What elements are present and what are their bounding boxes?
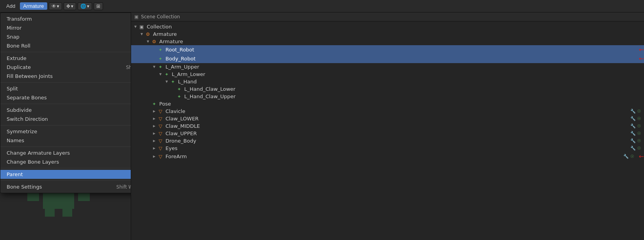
toggle-claw-upper[interactable]: ▶ [151,132,157,135]
tree-item-clavicle[interactable]: ▶▽Clavicle🔧 ☉ [131,108,644,115]
toggle-l-arm-upper[interactable]: ▼ [151,65,157,69]
toggle-claw-middle[interactable]: ▶ [151,124,157,128]
tree-label-body-robot: Body_Robot [165,56,637,62]
toggle-armature-obj[interactable]: ▼ [139,32,144,36]
tree-item-drone-body[interactable]: ▶▽Drone_Body🔧 ☉ [131,137,644,145]
snap-btn[interactable]: 🌐 ▾ [78,2,92,10]
menu-item-label-duplicate: Duplicate [7,64,31,70]
tree-item-armature-obj[interactable]: ▼⚙Armature [131,30,644,38]
tree-label-claw-lower: Claw_LOWER [165,116,630,122]
menu-separator [0,180,131,181]
red-arrow-root-robot: ← [639,46,644,53]
armature-menu-btn[interactable]: Armature [20,2,47,10]
tree-item-l-arm-upper[interactable]: ▼✦L_Arm_Upper [131,63,644,71]
menu-item-parent[interactable]: Parent▶ [0,170,131,179]
toggle-collection[interactable]: ▼ [133,25,138,28]
tree-label-forearm: ForeArm [165,154,623,159]
tree-icon-collection: ▣ [138,24,145,30]
toggle-l-hand[interactable]: ▼ [164,80,169,83]
tree-label-claw-middle: Claw_MIDDLE [165,123,630,129]
viewport-shading-btn[interactable]: 👁 ▾ [49,2,62,10]
menu-item-bone-settings[interactable]: Bone SettingsShift W▶ [0,182,131,191]
menu-item-split[interactable]: SplitY [0,84,131,93]
tree-item-l-hand-claw-upper[interactable]: ✦L_Hand_Claw_Upper [131,93,644,100]
menu-item-bone-roll[interactable]: Bone Roll▶ [0,41,131,50]
pivot-icon: ✥ [66,4,70,9]
tree-label-eyes: Eyes [165,145,630,151]
menu-item-mirror[interactable]: Mirror▶ [0,23,131,32]
tree-item-l-hand[interactable]: ▼✦L_Hand [131,78,644,85]
tree-icon-l-hand: ✦ [169,79,176,85]
menu-item-subdivide[interactable]: Subdivide [0,106,131,115]
svg-rect-4 [45,209,55,217]
tree-label-l-hand-claw-lower: L_Hand_Claw_Lower [184,86,644,92]
menu-item-label-names: Names [7,138,24,143]
menu-item-label-bone-roll: Bone Roll [7,43,30,49]
toggle-eyes[interactable]: ▶ [151,146,157,150]
tree-item-eyes[interactable]: ▶▽Eyes🔧 ☉ [131,145,644,152]
menu-separator [0,104,131,104]
menu-item-duplicate[interactable]: DuplicateShift D [0,63,131,72]
tree-item-claw-upper[interactable]: ▶▽Claw_UPPER🔧 ☉ [131,130,644,137]
toggle-drone-body[interactable]: ▶ [151,139,157,143]
transform-pivot-btn[interactable]: ✥ ▾ [64,2,76,10]
red-arrow-forearm: ← [639,153,644,160]
menu-item-label-change-armature-layers: Change Armature Layers [7,150,70,156]
toggle-l-arm-lower[interactable]: ▼ [158,72,163,76]
outliner-header: ▣ Scene Collection [131,12,644,21]
toggle-forearm[interactable]: ▶ [151,155,157,158]
grid-icon: ⊞ [96,4,100,9]
tree-label-l-arm-upper: L_Arm_Upper [165,64,644,70]
svg-rect-5 [62,209,72,217]
menu-item-change-bone-layers[interactable]: Change Bone Layers [0,157,131,166]
viewport-area: bot Transform▶Mirror▶Snap▶Bone Roll▶Extr… [0,12,131,240]
tree-label-clavicle: Clavicle [165,108,630,114]
menu-item-extrude[interactable]: ExtrudeE [0,54,131,63]
menu-item-switch-direction[interactable]: Switch DirectionAlt F [0,115,131,124]
tree-label-l-arm-lower: L_Arm_Lower [172,71,644,77]
tree-item-l-arm-lower[interactable]: ▼✦L_Arm_Lower [131,71,644,78]
constraint-icons-claw-lower: 🔧 ☉ [630,116,644,121]
menu-item-snap[interactable]: Snap▶ [0,32,131,41]
menu-item-names[interactable]: Names▶ [0,136,131,145]
scene-collection-label: Scene Collection [141,14,180,19]
top-bar: Add Armature 👁 ▾ ✥ ▾ 🌐 ▾ ⊞ [0,0,644,12]
outliner-tree: ▼▣Collection▼⚙Armature▼⚙Armature✦Root_Ro… [131,21,644,162]
menu-item-symmetrize[interactable]: Symmetrize [0,127,131,136]
tree-item-l-hand-claw-lower[interactable]: ✦L_Hand_Claw_Lower [131,85,644,93]
tree-item-pose[interactable]: ✦Pose [131,100,644,108]
tree-icon-clavicle: ▽ [157,109,164,114]
toggle-claw-lower[interactable]: ▶ [151,117,157,120]
menu-item-label-change-bone-layers: Change Bone Layers [7,159,59,165]
toggle-clavicle[interactable]: ▶ [151,109,157,113]
constraint-icons-forearm: 🔧 ☉ [623,154,637,159]
menu-item-label-transform: Transform [7,16,32,22]
proportional-editing-btn[interactable]: ⊞ [94,2,103,10]
tree-label-l-hand: L_Hand [178,79,644,85]
tree-item-collection[interactable]: ▼▣Collection [131,23,644,30]
menu-item-fill-between-joints[interactable]: Fill Between JointsF [0,72,131,81]
tree-icon-eyes: ▽ [157,146,164,151]
toggle-armature-data[interactable]: ▼ [145,40,151,43]
main-area: bot Transform▶Mirror▶Snap▶Bone Roll▶Extr… [0,12,644,240]
menu-item-change-armature-layers[interactable]: Change Armature Layers [0,148,131,157]
tree-item-claw-middle[interactable]: ▶▽Claw_MIDDLE🔧 ☉ [131,122,644,130]
tree-item-claw-lower[interactable]: ▶▽Claw_LOWER🔧 ☉ [131,115,644,122]
menu-item-separate-bones[interactable]: Separate BonesP [0,93,131,102]
shortcut-bone-settings: Shift W [116,184,131,190]
menu-item-transform[interactable]: Transform▶ [0,14,131,23]
constraint-icons-claw-middle: 🔧 ☉ [630,124,644,129]
menu-item-label-parent: Parent [7,171,23,177]
eye-icon: 👁 [52,4,56,9]
add-menu-btn[interactable]: Add [3,2,18,10]
tree-item-forearm[interactable]: ▶▽ForeArm🔧 ☉← [131,152,644,161]
tree-item-armature-data[interactable]: ▼⚙Armature [131,38,644,45]
constraint-icons-eyes: 🔧 ☉ [630,146,644,151]
menu-item-label-extrude: Extrude [7,55,27,61]
tree-item-body-robot[interactable]: ✦Body_Robot← [131,54,644,63]
tree-icon-forearm: ▽ [157,154,164,159]
menu-item-label-subdivide: Subdivide [7,107,32,113]
scene-icon: ▣ [134,14,139,19]
menu-separator [0,82,131,83]
tree-item-root-robot[interactable]: ✦Root_Robot← [131,45,644,54]
